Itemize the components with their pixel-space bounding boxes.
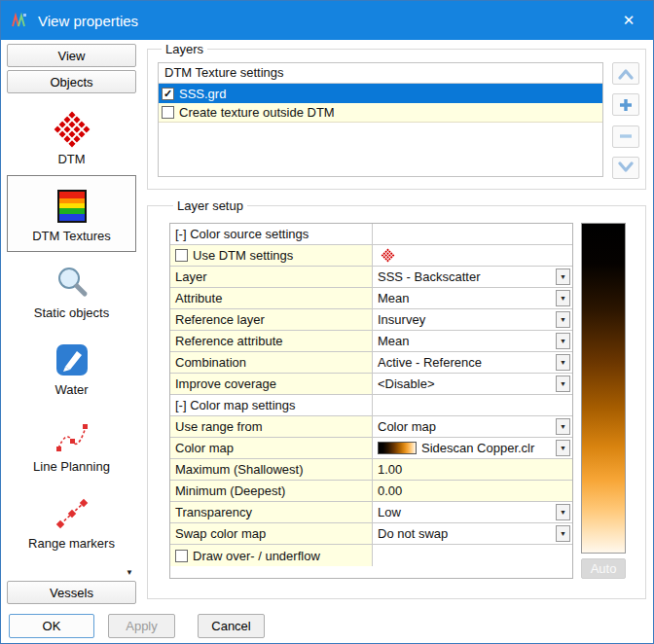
layers-group-label: Layers xyxy=(162,42,207,56)
row-layer: Layer SSS - Backscatter ▼ xyxy=(170,267,572,288)
window-title: View properties xyxy=(38,13,614,29)
row-swap-color-map: Swap color map Do not swap ▼ xyxy=(170,523,572,545)
minimum-field[interactable]: 0.00 xyxy=(373,481,572,501)
app-icon xyxy=(11,11,30,30)
dropdown-arrow-icon[interactable]: ▼ xyxy=(556,525,570,542)
layer-checkbox[interactable] xyxy=(162,106,174,119)
row-reference-layer: Reference layer Insurvey ▼ xyxy=(170,309,572,331)
scroll-down-icon[interactable]: ▼ xyxy=(126,568,133,577)
dropdown-arrow-icon[interactable]: ▼ xyxy=(556,504,570,520)
dropdown-arrow-icon[interactable]: ▼ xyxy=(556,290,570,306)
attribute-dropdown[interactable]: Mean ▼ xyxy=(373,288,572,308)
sidebar-item-range-markers[interactable]: Range markers xyxy=(7,483,136,559)
layer-label: SSS.grd xyxy=(179,87,226,101)
tab-objects[interactable]: Objects xyxy=(7,70,136,93)
row-label: Minimum (Deepest) xyxy=(170,481,373,501)
layer-checkbox[interactable]: ✓ xyxy=(162,88,174,100)
tab-view[interactable]: View xyxy=(7,44,136,67)
sidebar-item-static-objects[interactable]: Static objects xyxy=(7,252,136,329)
sidebar-item-line-planning[interactable]: Line Planning xyxy=(7,406,136,483)
dialog-footer: OK Apply Cancel xyxy=(1,608,653,643)
tab-vessels[interactable]: Vessels xyxy=(7,581,136,604)
use-dtm-settings-checkbox[interactable] xyxy=(175,249,188,262)
dropdown-value: Insurvey xyxy=(378,312,425,327)
range-markers-icon xyxy=(54,492,91,535)
dropdown-arrow-icon[interactable]: ▼ xyxy=(556,311,570,328)
layer-setup-group-label: Layer setup xyxy=(173,198,247,213)
swap-color-map-dropdown[interactable]: Do not swap ▼ xyxy=(373,523,572,544)
combination-dropdown[interactable]: Active - Reference ▼ xyxy=(373,352,572,373)
sidebar-item-label: DTM xyxy=(57,152,85,166)
ok-button[interactable]: OK xyxy=(9,614,94,638)
layer-row-sss-grd[interactable]: ✓ SSS.grd xyxy=(159,84,602,103)
layers-list-header[interactable]: DTM Texture settings xyxy=(159,63,602,84)
section-row-color-source[interactable]: [-] Color source settings xyxy=(170,224,572,245)
dropdown-arrow-icon[interactable]: ▼ xyxy=(556,418,570,435)
move-down-button[interactable] xyxy=(612,157,639,179)
reference-attribute-dropdown[interactable]: Mean ▼ xyxy=(373,331,572,351)
section-label: [-] Color source settings xyxy=(170,224,373,244)
sidebar: View Objects DTM xyxy=(1,40,139,608)
move-up-button[interactable] xyxy=(612,62,639,85)
row-color-map: Color map Sidescan Copper.clr ▼ xyxy=(170,438,572,459)
apply-button[interactable]: Apply xyxy=(108,614,175,638)
view-properties-dialog: View properties ✕ View Objects xyxy=(0,0,654,644)
row-label: Maximum (Shallowest) xyxy=(170,459,373,480)
transparency-dropdown[interactable]: Low ▼ xyxy=(373,502,572,522)
dropdown-arrow-icon[interactable]: ▼ xyxy=(556,333,570,349)
use-range-from-dropdown[interactable]: Color map ▼ xyxy=(373,416,572,437)
colormap-column: Auto xyxy=(581,223,630,579)
section-spacer xyxy=(373,395,572,415)
dropdown-value: Mean xyxy=(378,334,410,348)
dropdown-value: Do not swap xyxy=(378,526,448,541)
dropdown-value: Sidescan Copper.clr xyxy=(421,441,534,455)
layer-order-toolbar xyxy=(612,62,639,179)
cancel-button[interactable]: Cancel xyxy=(198,614,265,638)
draw-overflow-checkbox[interactable] xyxy=(175,550,188,562)
row-label: Reference layer xyxy=(170,309,373,330)
dropdown-value: <Disable> xyxy=(378,376,435,391)
dropdown-arrow-icon[interactable]: ▼ xyxy=(556,354,570,371)
color-map-dropdown[interactable]: Sidescan Copper.clr ▼ xyxy=(373,438,572,458)
row-label: Use DTM settings xyxy=(193,248,293,263)
auto-button[interactable]: Auto xyxy=(581,558,626,579)
dropdown-arrow-icon[interactable]: ▼ xyxy=(556,440,570,456)
row-label: Draw over- / underflow xyxy=(193,549,320,563)
close-icon[interactable]: ✕ xyxy=(614,12,643,29)
layers-group: Layers DTM Texture settings ✓ SSS.grd Cr… xyxy=(147,42,646,190)
row-minimum: Minimum (Deepest) 0.00 xyxy=(170,481,572,502)
sidebar-item-water[interactable]: Water xyxy=(7,329,136,406)
dropdown-value: Mean xyxy=(378,291,410,305)
section-row-color-map[interactable]: [-] Color map settings xyxy=(170,395,572,416)
titlebar[interactable]: View properties ✕ xyxy=(1,1,653,40)
add-layer-button[interactable] xyxy=(612,93,639,116)
water-icon xyxy=(54,339,90,381)
dropdown-arrow-icon[interactable]: ▼ xyxy=(556,268,570,285)
line-planning-icon xyxy=(54,415,91,458)
layer-row-create-texture[interactable]: Create texture outside DTM xyxy=(159,103,602,123)
sidebar-item-label: Water xyxy=(54,382,88,397)
reference-layer-dropdown[interactable]: Insurvey ▼ xyxy=(373,309,572,330)
remove-layer-button[interactable] xyxy=(612,125,639,148)
row-label: Transparency xyxy=(170,502,373,522)
sidebar-item-label: DTM Textures xyxy=(32,229,111,243)
check-icon: ✓ xyxy=(164,89,172,99)
row-label: Combination xyxy=(170,352,373,373)
section-label: [-] Color map settings xyxy=(170,395,373,415)
sidebar-item-label: Line Planning xyxy=(33,459,110,474)
sidebar-item-dtm[interactable]: DTM xyxy=(7,98,136,175)
row-label: Use range from xyxy=(170,416,373,437)
layer-setup-grid: [-] Color source settings Use DTM settin… xyxy=(169,223,573,579)
dropdown-arrow-icon[interactable]: ▼ xyxy=(556,376,570,392)
dropdown-value: SSS - Backscatter xyxy=(378,269,480,284)
layers-list: DTM Texture settings ✓ SSS.grd Create te… xyxy=(158,62,603,177)
row-combination: Combination Active - Reference ▼ xyxy=(170,352,572,374)
improve-coverage-dropdown[interactable]: <Disable> ▼ xyxy=(373,374,572,394)
sidebar-item-dtm-textures[interactable]: DTM Textures xyxy=(7,175,136,252)
layers-list-empty-area[interactable] xyxy=(159,123,602,176)
colormap-preview xyxy=(581,223,626,554)
maximum-field[interactable]: 1.00 xyxy=(373,459,572,480)
layer-dropdown[interactable]: SSS - Backscatter ▼ xyxy=(373,267,572,287)
layer-label: Create texture outside DTM xyxy=(179,105,335,120)
row-maximum: Maximum (Shallowest) 1.00 xyxy=(170,459,572,481)
